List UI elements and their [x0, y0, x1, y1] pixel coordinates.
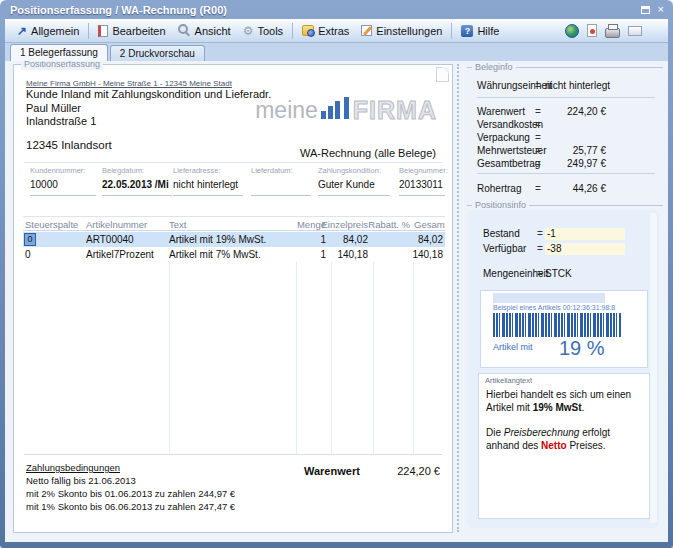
panel-splitter[interactable] [457, 64, 459, 532]
field-label: Belegdatum: [102, 166, 172, 175]
info-value: nicht hinterlegt [545, 80, 610, 91]
cell-gesamtbetrag[interactable]: 140,18 [393, 249, 443, 260]
globe-icon[interactable] [565, 24, 579, 38]
tab-druckvorschau[interactable]: 2 Druckvorschau [110, 45, 205, 61]
payment-terms-heading: Zahlungsbedingungen [26, 462, 120, 473]
column-gridline [169, 262, 170, 454]
menu-einstellungen[interactable]: Einstellungen [355, 23, 448, 39]
tab-strip: 1 Belegerfassung 2 Druckvorschau [5, 43, 668, 61]
sender-line: Meine Firma GmbH - Meine Straße 1 - 1234… [26, 79, 232, 88]
column-header[interactable]: Rabatt. % [360, 219, 410, 230]
cell-gesamtbetrag[interactable]: 84,02 [393, 234, 443, 245]
menu-allgemein[interactable]: ↗ Allgemein [11, 23, 85, 39]
barcode-icon [493, 313, 621, 337]
menu-label: Ansicht [195, 25, 231, 37]
info-label: Versandkosten [477, 119, 543, 130]
column-header[interactable]: Gesamtbetra [414, 219, 445, 230]
record-document-icon[interactable] [587, 24, 597, 37]
info-label: Warenwert [477, 106, 525, 117]
cell-text[interactable]: Artikel mit 19% MwSt. [169, 234, 266, 245]
cell-einzelpreis[interactable]: 84,02 [318, 234, 368, 245]
title-bar[interactable]: Positionserfassung / WA-Rechnung (R00) × [5, 0, 668, 19]
cell-einzelpreis[interactable]: 140,18 [318, 249, 368, 260]
info-row-versandkosten: Versandkosten = [477, 119, 657, 132]
table-row[interactable]: 0 ART00040 Artikel mit 19% MwSt. 1 84,02… [23, 232, 445, 247]
langtext-segment: Preises. [567, 440, 606, 451]
payment-terms-line: mit 2% Skonto bis 01.06.2013 zu zahlen 2… [26, 488, 235, 499]
artikellangtext-content: Hierbei handelt es sich um einen Artikel… [486, 388, 643, 464]
tab-belegerfassung[interactable]: 1 Belegerfassung [10, 44, 108, 61]
info-row-verfuegbar: Verfügbar = -38 [483, 243, 651, 256]
field-lieferadresse[interactable]: Lieferadresse: nicht hinterlegt [173, 166, 243, 196]
address-line: Paul Müller [26, 102, 81, 114]
verfuegbar-value: -38 [545, 243, 625, 255]
payment-terms-line: mit 1% Skonto bis 06.06.2013 zu zahlen 2… [26, 501, 235, 512]
field-value[interactable]: 22.05.2013 /Mi [102, 179, 172, 193]
table-header[interactable]: Steuerspalte Artikelnummer Text Menge Ei… [23, 216, 445, 231]
table-row[interactable]: 0 Artikel7Prozent Artikel mit 7% MwSt. 1… [23, 247, 445, 262]
menu-bearbeiten[interactable]: Bearbeiten [92, 23, 171, 39]
menu-hilfe[interactable]: ? Hilfe [455, 23, 505, 39]
field-value[interactable]: 20133011 [399, 179, 445, 193]
app-window: Positionserfassung / WA-Rechnung (R00) ×… [0, 0, 673, 548]
cell-text[interactable]: Artikel mit 7% MwSt. [169, 249, 261, 260]
langtext-paragraph: Die Preisberechnung erfolgt anhand des N… [486, 426, 643, 452]
info-label: Bestand [483, 228, 520, 239]
preview-caption: Beispiel eines Artikels 00:12:36:31:98:8 [493, 304, 615, 311]
field-kundennummer[interactable]: Kundennummer: 10000 [30, 166, 96, 196]
window-title: Positionserfassung / WA-Rechnung (R00) [10, 4, 227, 16]
help-icon: ? [461, 25, 473, 37]
field-belegnummer[interactable]: Belegnummer: 20133011 [399, 166, 445, 196]
field-belegdatum[interactable]: Belegdatum: 22.05.2013 /Mi [102, 166, 172, 196]
menu-tools[interactable]: ⚙ Tools [237, 23, 289, 39]
quick-icons [565, 24, 642, 38]
info-value: 249,97 € [543, 158, 606, 169]
column-header[interactable]: Steuerspalte [25, 219, 78, 230]
info-row-warenwert: Warenwert = 224,20 € [477, 106, 657, 119]
restore-window-button[interactable] [641, 6, 650, 14]
field-value[interactable]: nicht hinterlegt [173, 179, 243, 193]
column-gridline [413, 262, 414, 454]
mail-icon[interactable] [628, 26, 642, 36]
menu-label: Einstellungen [376, 25, 442, 37]
scrollbar-track[interactable] [650, 213, 657, 523]
cell-steuerspalte[interactable]: 0 [25, 249, 31, 260]
field-underline [173, 195, 243, 196]
column-gridline [331, 262, 332, 454]
content-area: Positionserfassung Meine Firma GmbH - Me… [5, 61, 668, 542]
group-label-artikellangtext: Artikellangtext [485, 376, 532, 385]
langtext-segment-italic: Preisberechnung [504, 427, 580, 438]
field-zahlungskondition[interactable]: Zahlungskondition: Guter Kunde [318, 166, 390, 196]
cell-artikelnummer[interactable]: ART00040 [86, 234, 134, 245]
preview-text: Artikel mit [493, 342, 533, 352]
field-value[interactable] [251, 179, 311, 193]
cell-artikelnummer[interactable]: Artikel7Prozent [86, 249, 154, 260]
artikellangtext-box: Artikellangtext Hierbei handelt es sich … [478, 373, 650, 519]
column-header[interactable]: Artikelnummer [86, 219, 147, 230]
info-row-bestand: Bestand = -1 [483, 228, 651, 241]
positionserfassung-group: Positionserfassung Meine Firma GmbH - Me… [13, 64, 453, 533]
menu-extras[interactable]: Extras [296, 23, 355, 39]
field-value[interactable]: 10000 [30, 179, 96, 193]
magnifier-icon [178, 24, 191, 37]
address-city: 12345 Inlandsort [26, 139, 112, 151]
info-row-mengeneinheit: Mengeneinheit = STCK [483, 268, 651, 281]
page-curl-icon[interactable] [436, 67, 449, 82]
menu-label: Tools [257, 25, 283, 37]
selected-cell[interactable]: 0 [24, 233, 36, 246]
column-header[interactable]: Text [169, 219, 186, 230]
menu-ansicht[interactable]: Ansicht [172, 22, 237, 39]
langtext-segment: Die [486, 427, 504, 438]
close-window-button[interactable]: × [658, 3, 664, 16]
field-value[interactable]: Guter Kunde [318, 179, 390, 193]
restore-icon [641, 6, 650, 14]
info-value: 44,26 € [543, 183, 606, 194]
printer-icon[interactable] [605, 28, 620, 38]
arrow-icon: ↗ [17, 25, 27, 37]
bar-chart-logo-icon [321, 97, 349, 119]
info-row-rohertrag: Rohertrag = 44,26 € [477, 183, 657, 196]
field-lieferdatum[interactable]: Lieferdatum: [251, 166, 311, 196]
group-label-positionserfassung: Positionserfassung [21, 61, 103, 70]
column-gridline [373, 262, 374, 454]
equals-sign: = [535, 183, 541, 194]
